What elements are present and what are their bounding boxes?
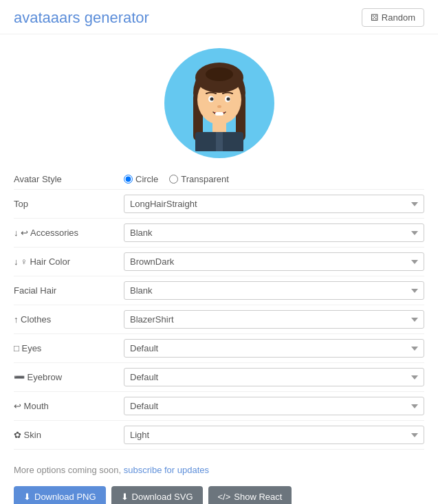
svg-rect-4 (212, 121, 226, 133)
clothes-select[interactable]: BlazerShirt BlazerSweater CollarSweater … (124, 310, 424, 329)
show-react-button[interactable]: </> Show React (208, 486, 292, 504)
download-section: ⬇ Download PNG ⬇ Download SVG </> Show R… (0, 481, 438, 504)
avatar-svg (175, 55, 264, 151)
svg-rect-12 (215, 112, 223, 116)
show-react-icon: </> (218, 492, 231, 502)
accessories-label: ↓ ↩ Accessories (14, 228, 124, 238)
hair-color-select[interactable]: BrownDark Auburn Black Blonde BlondeGold… (124, 252, 424, 271)
avatar-style-label: Avatar Style (14, 174, 124, 184)
clothes-label: ↑ Clothes (14, 314, 124, 325)
circle-radio[interactable] (124, 175, 133, 184)
transparent-label: Transparent (181, 174, 229, 184)
circle-radio-label[interactable]: Circle (124, 174, 158, 184)
hair-color-label: ↓ ♀ Hair Color (14, 256, 124, 267)
eyes-select[interactable]: Default Close Cry Dizzy EyeRoll Happy He… (124, 339, 424, 358)
facial-hair-input: Blank BeardLight BeardMagestic BeardMedi… (124, 281, 424, 300)
controls-section: Avatar Style Circle Transparent Top Long… (0, 169, 438, 457)
clothes-row: ↑ Clothes BlazerShirt BlazerSweater Coll… (14, 305, 424, 334)
more-options-text: More options coming soon, (14, 465, 121, 475)
svg-point-9 (210, 98, 213, 101)
download-svg-label: Download SVG (132, 492, 193, 502)
accessories-input: Blank Kurt Prescription01 Prescription02… (124, 223, 424, 242)
avatar-style-input: Circle Transparent (124, 174, 424, 184)
skin-label: ✿ Skin (14, 430, 124, 440)
mouth-input: Default Concerned Disbelief Eating Grima… (124, 397, 424, 415)
app-title: avataaars generator (14, 9, 149, 27)
svg-point-10 (226, 98, 230, 101)
top-input: LongHairStraight ShortHairShortFlat Long… (124, 195, 424, 213)
random-button[interactable]: ⚄ Random (362, 8, 424, 27)
top-label: Top (14, 199, 124, 209)
facial-hair-row: Facial Hair Blank BeardLight BeardMagest… (14, 276, 424, 305)
avatar-style-row: Avatar Style Circle Transparent (14, 169, 424, 190)
eyebrow-select[interactable]: Default Angry AngryNatural DefaultNatura… (124, 368, 424, 386)
eyes-row: □ Eyes Default Close Cry Dizzy EyeRoll H… (14, 334, 424, 363)
transparent-radio-label[interactable]: Transparent (169, 174, 229, 184)
skin-input: Light Black Brown DarkBrown Pale Tanned … (124, 426, 424, 444)
header: avataaars generator ⚄ Random (0, 0, 438, 34)
mouth-row: ↩ Mouth Default Concerned Disbelief Eati… (14, 392, 424, 421)
facial-hair-label: Facial Hair (14, 285, 124, 296)
skin-row: ✿ Skin Light Black Brown DarkBrown Pale … (14, 421, 424, 450)
download-png-label: Download PNG (34, 492, 96, 502)
download-svg-button[interactable]: ⬇ Download SVG (111, 486, 203, 504)
random-icon: ⚄ (371, 12, 378, 23)
eyes-label: □ Eyes (14, 343, 124, 353)
circle-label: Circle (135, 174, 158, 184)
eyebrow-input: Default Angry AngryNatural DefaultNatura… (124, 368, 424, 386)
subscribe-link[interactable]: subscribe for updates (124, 465, 209, 475)
download-png-icon: ⬇ (23, 492, 31, 502)
facial-hair-select[interactable]: Blank BeardLight BeardMagestic BeardMedi… (124, 281, 424, 300)
hair-color-input: BrownDark Auburn Black Blonde BlondeGold… (124, 252, 424, 271)
mouth-label: ↩ Mouth (14, 401, 124, 411)
transparent-radio[interactable] (169, 175, 178, 184)
eyebrow-row: ➖ Eyebrow Default Angry AngryNatural Def… (14, 363, 424, 392)
eyes-input: Default Close Cry Dizzy EyeRoll Happy He… (124, 339, 424, 358)
top-row: Top LongHairStraight ShortHairShortFlat … (14, 190, 424, 219)
clothes-input: BlazerShirt BlazerSweater CollarSweater … (124, 310, 424, 329)
show-react-label: Show React (234, 492, 282, 502)
accessories-row: ↓ ↩ Accessories Blank Kurt Prescription0… (14, 219, 424, 248)
hair-color-row: ↓ ♀ Hair Color BrownDark Auburn Black Bl… (14, 248, 424, 276)
footer-text: More options coming soon, subscribe for … (0, 457, 438, 481)
accessories-select[interactable]: Blank Kurt Prescription01 Prescription02… (124, 223, 424, 242)
avatar-preview-section (0, 34, 438, 169)
skin-select[interactable]: Light Black Brown DarkBrown Pale Tanned … (124, 426, 424, 444)
download-png-button[interactable]: ⬇ Download PNG (14, 486, 106, 504)
svg-point-11 (217, 105, 221, 108)
random-button-label: Random (382, 12, 415, 23)
svg-point-14 (206, 67, 233, 81)
eyebrow-label: ➖ Eyebrow (14, 372, 124, 382)
mouth-select[interactable]: Default Concerned Disbelief Eating Grima… (124, 397, 424, 415)
avatar-circle (164, 48, 274, 158)
top-select[interactable]: LongHairStraight ShortHairShortFlat Long… (124, 195, 424, 213)
svg-rect-6 (216, 132, 223, 151)
download-svg-icon: ⬇ (121, 492, 129, 502)
